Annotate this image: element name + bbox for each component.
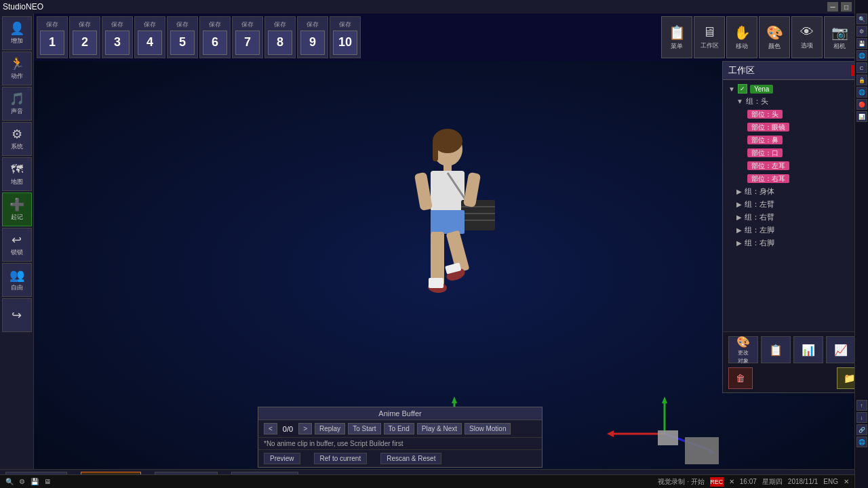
folder-icon: 📁 — [844, 373, 855, 384]
tree-node-left-arm[interactable]: ▶ 组：左臂 — [726, 198, 865, 211]
save-label-8: 保存 — [274, 20, 286, 29]
sidebar-icon-0: 👤 — [9, 21, 24, 36]
tree-node-head-group[interactable]: ▼ 组：头 — [726, 95, 865, 108]
sidebar-btn-8[interactable]: ↪ — [2, 298, 32, 332]
save-btn-9[interactable]: 保存9 — [297, 16, 328, 58]
sidebar-btn-0[interactable]: 👤增加 — [2, 16, 32, 50]
tree-node-left-leg[interactable]: ▶ 组：左脚 — [726, 224, 865, 237]
tree-root-yena[interactable]: ▼ ✓ Yena — [726, 83, 865, 95]
rescan-reset-button[interactable]: Rescan & Reset — [380, 453, 441, 464]
far-right-btn-5[interactable]: C — [856, 62, 867, 73]
tree-leaf-head[interactable]: 部位：头 — [726, 108, 865, 121]
tree-node-body[interactable]: ▶ 组：身体 — [726, 185, 865, 198]
part-right-ear-tag[interactable]: 部位：右耳 — [747, 174, 789, 183]
save-btn-8[interactable]: 保存8 — [264, 16, 296, 58]
part-mouth-tag[interactable]: 部位：口 — [747, 148, 783, 157]
ref-current-button[interactable]: Ref to current — [314, 453, 368, 464]
save-btn-1[interactable]: 保存1 — [37, 16, 68, 58]
sidebar-btn-1[interactable]: 🏃动作 — [2, 52, 32, 85]
tool-btn-工作区[interactable]: 🖥工作区 — [694, 16, 725, 58]
replay-button[interactable]: Replay — [315, 423, 345, 434]
save-btn-10[interactable]: 保存10 — [330, 16, 361, 58]
tool-btn-选项[interactable]: 👁选项 — [791, 16, 823, 58]
yena-checkbox[interactable]: ✓ — [738, 84, 747, 94]
sidebar-label-1: 动作 — [11, 72, 23, 81]
play-next-button[interactable]: Play & Next — [417, 423, 462, 434]
to-end-button[interactable]: To End — [384, 423, 414, 434]
save-btn-2[interactable]: 保存2 — [69, 16, 100, 58]
part-nose-tag[interactable]: 部位：鼻 — [747, 136, 783, 144]
far-right-btn-2[interactable]: ⚙ — [856, 26, 867, 37]
tool-btn-颜色[interactable]: 🎨颜色 — [759, 16, 790, 58]
maximize-button[interactable]: □ — [841, 2, 852, 12]
tree-leaf-nose[interactable]: 部位：鼻 — [726, 134, 865, 146]
save-btn-7[interactable]: 保存7 — [232, 16, 263, 58]
far-right-btn-bottom-3[interactable]: 🔗 — [856, 424, 867, 435]
part-head-tag[interactable]: 部位：头 — [747, 110, 783, 119]
save-btn-3[interactable]: 保存3 — [102, 16, 133, 58]
panel-tool-4-icon: 📈 — [834, 344, 848, 357]
save-label-2: 保存 — [79, 20, 91, 29]
far-right-btn-9[interactable]: 📊 — [856, 111, 867, 122]
far-right-btn-bottom-1[interactable]: ↑ — [856, 400, 867, 411]
save-num-7: 7 — [235, 30, 260, 55]
delete-button[interactable]: 🗑 — [728, 367, 753, 389]
tool-icon-3: 🎨 — [766, 24, 783, 41]
far-right-btn-1[interactable]: 🔍 — [856, 14, 867, 24]
sidebar-icon-6: ↩ — [12, 232, 22, 247]
head-expand-icon: ▼ — [736, 98, 743, 105]
right-leg-group-label: 组：右脚 — [745, 238, 774, 248]
save-btn-6[interactable]: 保存6 — [199, 16, 231, 58]
save-label-1: 保存 — [46, 20, 58, 29]
sidebar-btn-3[interactable]: ⚙系统 — [2, 122, 32, 156]
sidebar-btn-5[interactable]: ➕起记 — [2, 192, 32, 226]
panel-actions-row: 🗑 📁 — [723, 367, 867, 393]
far-right-btn-bottom-2[interactable]: ↓ — [856, 412, 867, 423]
sidebar-icon-5: ➕ — [9, 197, 24, 212]
minimize-button[interactable]: ─ — [827, 2, 838, 12]
tree-leaf-glasses[interactable]: 部位：眼镜 — [726, 121, 865, 134]
slow-motion-button[interactable]: Slow Motion — [465, 423, 511, 434]
tree-leaf-mouth[interactable]: 部位：口 — [726, 146, 865, 159]
sidebar-btn-2[interactable]: 🎵声音 — [2, 87, 32, 121]
yena-tag[interactable]: Yena — [750, 85, 773, 94]
far-right-btn-7[interactable]: 🌐 — [856, 87, 867, 98]
sidebar-label-5: 起记 — [11, 213, 23, 222]
tree-leaf-right-ear[interactable]: 部位：右耳 — [726, 172, 865, 185]
tree-leaf-left-ear[interactable]: 部位：左耳 — [726, 159, 865, 172]
svg-marker-27 — [607, 430, 614, 437]
next-arrow-button[interactable]: > — [298, 423, 312, 434]
save-btn-4[interactable]: 保存4 — [134, 16, 165, 58]
sidebar-btn-7[interactable]: 👥自由 — [2, 263, 32, 297]
right-leg-expand-icon: ▶ — [736, 239, 742, 247]
far-right-btn-3[interactable]: 💾 — [856, 38, 867, 49]
change-object-btn[interactable]: 🎨 更改 对象 — [728, 336, 758, 363]
far-right-btn-bottom-4[interactable]: 🌐 — [856, 436, 867, 447]
left-leg-group-label: 组：左脚 — [745, 225, 774, 235]
tree-node-right-arm[interactable]: ▶ 组：右臂 — [726, 211, 865, 224]
tree-node-right-leg[interactable]: ▶ 组：右脚 — [726, 237, 865, 249]
part-left-ear-tag[interactable]: 部位：左耳 — [747, 161, 789, 170]
to-start-button[interactable]: To Start — [348, 423, 380, 434]
save-label-6: 保存 — [209, 20, 221, 29]
sidebar-btn-4[interactable]: 🗺地图 — [2, 157, 32, 191]
prev-button[interactable]: < — [264, 423, 277, 434]
preview-button[interactable]: Preview — [264, 453, 300, 464]
panel-tool-4[interactable]: 📈 — [826, 336, 856, 363]
far-right-btn-4[interactable]: 🌐 — [856, 50, 867, 61]
part-glasses-tag[interactable]: 部位：眼镜 — [747, 123, 789, 131]
tool-btn-移动[interactable]: ✋移动 — [726, 16, 757, 58]
anime-buffer-panel: Anime Buffer < 0/0 > Replay To Start To … — [258, 407, 542, 468]
tool-btn-菜单[interactable]: 📋菜单 — [661, 16, 692, 58]
panel-tool-3[interactable]: 📊 — [793, 336, 823, 363]
sidebar-label-4: 地图 — [11, 178, 23, 186]
sidebar-btn-6[interactable]: ↩锁锁 — [2, 228, 32, 262]
save-btn-5[interactable]: 保存5 — [167, 16, 198, 58]
far-right-btn-8[interactable]: 🔴 — [856, 99, 867, 110]
rec-indicator: REC — [710, 477, 724, 487]
svg-marker-20 — [452, 396, 457, 403]
far-right-btn-6[interactable]: 🔒 — [856, 75, 867, 85]
panel-tool-3-icon: 📊 — [802, 344, 815, 357]
tool-btn-相机[interactable]: 📷相机 — [824, 16, 855, 58]
panel-tool-2[interactable]: 📋 — [761, 336, 791, 363]
